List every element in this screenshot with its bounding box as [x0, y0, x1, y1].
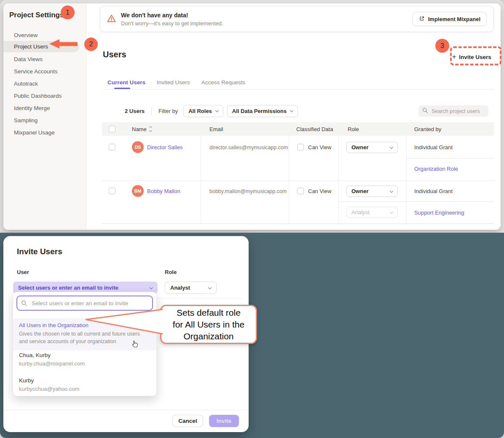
users-heading: Users	[103, 50, 126, 59]
step-badge-1: 1	[61, 5, 75, 19]
divider	[289, 136, 289, 223]
settings-content: We don't have any data! Don't worry—it's…	[86, 3, 501, 230]
role-dropdown[interactable]: Owner	[346, 142, 398, 153]
external-link-icon	[419, 16, 425, 23]
annotation-dashed-highlight	[450, 46, 501, 65]
users-table: Name Email Classified Data Role Granted …	[102, 122, 494, 223]
organization-role-link[interactable]: Organization Role	[414, 166, 458, 172]
divider	[338, 136, 339, 223]
sidebar-item-sampling[interactable]: Sampling	[3, 115, 79, 126]
chevron-down-icon	[150, 285, 153, 289]
search-project-users[interactable]	[418, 105, 488, 117]
divider	[3, 410, 249, 410]
select-all-checkbox[interactable]	[109, 126, 115, 132]
page-title: Project Settings	[9, 11, 64, 19]
divider	[201, 136, 201, 223]
avatar: BM	[132, 185, 144, 197]
chevron-down-icon	[208, 285, 212, 289]
can-view-cell: Can View	[297, 144, 331, 150]
chevron-down-icon	[390, 189, 393, 192]
search-icon	[21, 300, 27, 308]
granted-by-value: Individual Grant	[414, 188, 453, 194]
sidebar-item-public-dashboards[interactable]: Public Dashboards	[3, 90, 79, 102]
tab-access-requests[interactable]: Access Requests	[201, 79, 245, 86]
tab-invited-users[interactable]: Invited Users	[157, 79, 190, 86]
search-input[interactable]	[432, 108, 482, 114]
role-dropdown[interactable]: Owner	[346, 185, 398, 197]
divider	[406, 158, 494, 159]
sort-icon	[150, 126, 152, 132]
callout-tail	[83, 305, 164, 337]
sidebar-item-mixpanel-usage[interactable]: Mixpanel Usage	[3, 127, 79, 138]
sidebar-item-data-views[interactable]: Data Views	[3, 54, 79, 65]
chevron-down-icon	[390, 145, 393, 148]
divider	[102, 223, 494, 224]
banner-title: We don't have any data!	[121, 12, 223, 19]
screenshot-canvas: Project Settings Overview Project Users …	[0, 0, 504, 438]
hand-cursor-icon	[130, 339, 139, 351]
project-settings-window: Project Settings Overview Project Users …	[3, 3, 501, 230]
can-view-cell: Can View	[297, 188, 331, 194]
divider	[338, 202, 494, 202]
column-header-name[interactable]: Name	[132, 122, 152, 136]
granted-by-value: Individual Grant	[414, 144, 453, 150]
annotation-arrow-icon	[49, 39, 78, 48]
row-checkbox[interactable]	[109, 188, 115, 194]
dialog-title: Invite Users	[17, 247, 62, 256]
cancel-button[interactable]: Cancel	[172, 415, 203, 427]
column-header-role: Role	[348, 122, 359, 136]
user-email: bobby.mallon@mymusicapp.com	[209, 188, 287, 194]
tab-current-users[interactable]: Current Users	[107, 79, 145, 86]
implement-mixpanel-button[interactable]: Implement Mixpanel	[413, 12, 487, 26]
filter-by-label: Filter by	[158, 108, 178, 114]
roles-filter-dropdown[interactable]: All Roles	[183, 105, 223, 117]
divider	[151, 107, 152, 115]
no-data-banner: We don't have any data! Don't worry—it's…	[100, 6, 494, 32]
sidebar-item-identity-merge[interactable]: Identity Merge	[3, 102, 79, 114]
column-header-email: Email	[209, 122, 223, 136]
user-name-link[interactable]: Director Salles	[147, 144, 183, 150]
column-header-classified-data: Classified Data	[296, 122, 333, 136]
can-view-checkbox[interactable]	[297, 144, 304, 150]
step-badge-3: 3	[435, 39, 449, 53]
chevron-down-icon	[390, 210, 393, 213]
role-label: Role	[165, 269, 177, 275]
column-header-granted-by: Granted by	[414, 122, 441, 136]
option-user-email: kurby.chua@mixpanel.com	[19, 360, 85, 367]
divider	[102, 180, 494, 181]
chevron-down-icon	[290, 109, 293, 112]
user-email: director.salles@mymusicapp.com	[209, 145, 288, 150]
banner-subtitle: Don't worry—it's easy to get implemented…	[121, 20, 223, 27]
divider	[406, 136, 407, 223]
row-checkbox[interactable]	[109, 144, 115, 150]
support-engineering-link[interactable]: Support Engineering	[414, 210, 464, 216]
divider	[104, 89, 494, 89]
callout-bubble: Sets default role for All Users in the O…	[160, 305, 257, 344]
option-title-link[interactable]: All Users in the Organization	[19, 322, 88, 328]
filter-row: 2 Users Filter by All Roles All Data Per…	[125, 105, 298, 117]
chevron-down-icon	[215, 109, 219, 112]
users-tabs: Current Users Invited Users Access Reque…	[107, 79, 245, 86]
can-view-checkbox[interactable]	[297, 188, 304, 194]
step-badge-2: 2	[84, 38, 98, 51]
sidebar-item-autotrack[interactable]: Autotrack	[3, 78, 79, 89]
role-select-dropdown[interactable]: Analyst	[165, 282, 217, 294]
user-label: User	[17, 269, 29, 275]
option-user[interactable]: Kurby	[19, 377, 34, 384]
sidebar-item-service-accounts[interactable]: Service Accounts	[3, 66, 79, 77]
search-icon	[422, 107, 428, 115]
user-count: 2 Users	[125, 108, 145, 114]
data-permissions-filter-dropdown[interactable]: All Data Permissions	[227, 105, 298, 117]
user-name-link[interactable]: Bobby Mallon	[147, 188, 180, 194]
option-user-email: kurbycchua@yahoo.com	[19, 386, 79, 392]
option-user[interactable]: Chua, Kurby	[19, 352, 51, 358]
settings-sidebar: Project Settings Overview Project Users …	[3, 3, 86, 230]
warning-icon	[107, 14, 116, 24]
invite-button[interactable]: Invite	[209, 415, 239, 427]
avatar: DS	[132, 141, 144, 153]
role-dropdown-disabled: Analyst	[346, 207, 398, 218]
